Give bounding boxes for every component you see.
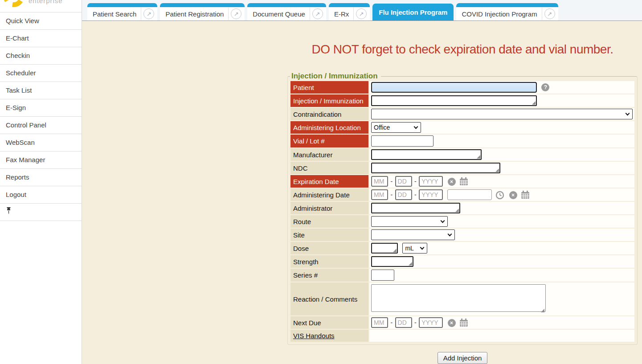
administrator-input[interactable]: [371, 203, 460, 213]
app-logo[interactable]: enterprise: [0, 0, 82, 12]
tab-flu-injection-program[interactable]: Flu Injection Program: [372, 4, 454, 20]
tab-e-rx[interactable]: E-Rx ↗: [329, 3, 370, 20]
administering-month-input[interactable]: [371, 189, 388, 200]
injection-immunization-input[interactable]: [371, 95, 537, 106]
tab-label: E-Rx: [334, 10, 353, 18]
clear-date-icon[interactable]: ×: [509, 191, 517, 199]
expiration-year-input[interactable]: [419, 176, 443, 187]
tab-top-stripe: [160, 3, 245, 7]
sidebar-item-control-panel[interactable]: Control Panel: [0, 117, 82, 134]
expiration-day-input[interactable]: [395, 176, 412, 187]
field-label-administering-date: Administering Date: [290, 188, 368, 201]
clear-date-icon[interactable]: ×: [448, 319, 456, 327]
chevron-down-icon: [441, 218, 445, 223]
sidebar-item-webscan[interactable]: WebScan: [0, 134, 82, 151]
date-separator: -: [390, 191, 393, 198]
sidebar-item-scheduler[interactable]: Scheduler: [0, 65, 82, 82]
clear-date-icon[interactable]: ×: [448, 178, 456, 186]
popout-arrow-icon[interactable]: ↗: [143, 8, 154, 19]
tab-top-stripe: [456, 3, 558, 7]
tab-patient-registration[interactable]: Patient Registration ↗: [160, 3, 245, 20]
tab-patient-search[interactable]: Patient Search ↗: [87, 3, 157, 20]
next-due-day-input[interactable]: [395, 317, 412, 328]
date-separator: -: [414, 178, 417, 185]
field-label-dose: Dose: [290, 242, 368, 254]
clock-icon[interactable]: [495, 191, 504, 200]
sidebar-item-reports[interactable]: Reports: [0, 169, 82, 186]
tab-bar: Patient Search ↗ Patient Registration ↗ …: [82, 0, 642, 21]
administering-location-select[interactable]: Office: [371, 122, 421, 133]
sidebar-item-task-list[interactable]: Task List: [0, 82, 82, 99]
field-label-series: Series #: [290, 269, 368, 282]
table-row: Patient ?: [290, 81, 634, 94]
table-row: Next Due - - ×: [290, 316, 634, 329]
tab-label: COVID Injection Program: [462, 10, 541, 18]
popout-arrow-icon[interactable]: ↗: [356, 8, 367, 19]
vis-handouts-link[interactable]: VIS Handouts: [293, 332, 335, 339]
main-area: Patient Search ↗ Patient Registration ↗ …: [82, 0, 642, 364]
contraindication-select[interactable]: [371, 109, 633, 119]
table-row: Administering Location Office: [290, 121, 634, 134]
expiration-month-input[interactable]: [371, 176, 388, 187]
injection-immunization-form: Injection / Immunization Patient ? Injec…: [287, 76, 638, 345]
tab-label: Patient Search: [93, 10, 141, 18]
sidebar: enterprise Quick View E-Chart Checkin Sc…: [0, 0, 82, 364]
field-label-expiration-date: Expiration Date: [290, 175, 368, 188]
manufacturer-input[interactable]: [371, 149, 482, 160]
logo-gear-icon: [4, 0, 24, 7]
dose-unit-select[interactable]: mL: [402, 243, 427, 254]
table-row: Series #: [290, 269, 634, 282]
next-due-month-input[interactable]: [371, 317, 388, 328]
popout-arrow-icon[interactable]: ↗: [544, 8, 555, 19]
warning-message: DO NOT forget to check expiration date a…: [287, 42, 638, 57]
help-icon[interactable]: ?: [541, 83, 549, 91]
popout-arrow-icon[interactable]: ↗: [231, 8, 241, 19]
tab-top-stripe: [247, 3, 326, 7]
sidebar-item-quick-view[interactable]: Quick View: [0, 12, 82, 30]
calendar-icon[interactable]: [459, 177, 468, 186]
administering-time-input[interactable]: [447, 189, 492, 200]
pin-sidebar-button[interactable]: [0, 204, 82, 221]
popout-arrow-icon[interactable]: ↗: [312, 8, 323, 19]
table-row: VIS Handouts: [290, 330, 634, 342]
field-label-administrator: Administrator: [290, 202, 368, 214]
field-label-strength: Strength: [290, 255, 368, 268]
next-due-year-input[interactable]: [419, 317, 443, 328]
sidebar-item-e-sign[interactable]: E-Sign: [0, 99, 82, 117]
tab-top-stripe: [329, 3, 370, 7]
table-row: NDC: [290, 162, 634, 174]
tab-covid-injection-program[interactable]: COVID Injection Program ↗: [456, 3, 558, 20]
sidebar-item-logout[interactable]: Logout: [0, 186, 82, 204]
logo-text: enterprise: [29, 0, 63, 4]
sidebar-item-fax-manager[interactable]: Fax Manager: [0, 151, 82, 169]
field-label-next-due: Next Due: [290, 316, 368, 329]
patient-input[interactable]: [371, 82, 537, 93]
field-label-route: Route: [290, 215, 368, 228]
ndc-input[interactable]: [371, 163, 500, 173]
tab-separator: [141, 8, 141, 20]
tab-top-stripe: [87, 3, 157, 7]
vis-handouts-value-cell: [369, 330, 634, 342]
table-row: Contraindication: [290, 108, 634, 120]
sidebar-item-checkin[interactable]: Checkin: [0, 47, 82, 65]
field-label-injection: Injection / Immunization: [290, 94, 368, 107]
reaction-comments-textarea[interactable]: [371, 284, 546, 312]
table-row: Injection / Immunization: [290, 94, 634, 107]
calendar-icon[interactable]: [521, 191, 530, 200]
site-select[interactable]: [371, 229, 455, 240]
field-label-manufacturer: Manufacturer: [290, 148, 368, 161]
tab-document-queue[interactable]: Document Queue ↗: [247, 3, 326, 20]
administering-day-input[interactable]: [395, 189, 412, 200]
add-injection-button[interactable]: Add Injection: [438, 352, 488, 364]
table-row: Reaction / Comments: [290, 282, 634, 315]
vial-lot-input[interactable]: [371, 135, 433, 147]
strength-input[interactable]: [371, 256, 413, 267]
dose-input[interactable]: [371, 243, 398, 254]
sidebar-item-e-chart[interactable]: E-Chart: [0, 30, 82, 47]
administering-year-input[interactable]: [419, 189, 443, 200]
field-label-vis-handouts: VIS Handouts: [290, 330, 368, 342]
tab-label: Flu Injection Program: [379, 8, 447, 16]
route-select[interactable]: [371, 216, 448, 227]
series-input[interactable]: [371, 270, 394, 281]
calendar-icon[interactable]: [459, 319, 468, 327]
